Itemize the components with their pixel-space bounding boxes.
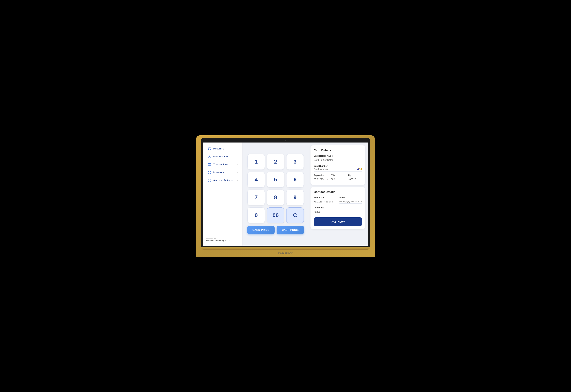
- zip-label: Zip: [348, 174, 362, 176]
- powered-by-label: Powered By:: [206, 238, 239, 240]
- card-number-label: Card Number: [314, 165, 362, 167]
- svg-rect-1: [208, 163, 211, 166]
- phone-label: Phone No: [314, 196, 336, 199]
- reference-label: Reference: [314, 206, 362, 209]
- laptop-body: Recurring My Customers: [196, 135, 375, 257]
- svg-point-3: [209, 180, 210, 181]
- card-number-group: Card Number VISA: [314, 165, 362, 172]
- numpad-grid: 1 2 3 4 5 6 7 8 9 0 00 C: [247, 154, 304, 223]
- recurring-icon: [208, 147, 211, 150]
- cvv-value: 682: [331, 177, 345, 182]
- numpad-9[interactable]: 9: [286, 189, 304, 205]
- reference-value: Fahad: [314, 210, 362, 214]
- sidebar-item-label: Account Settings: [213, 179, 233, 182]
- sidebar-item-label: Inventory: [213, 171, 224, 174]
- expiry-field: Expiration 05 / 2025 ▾: [314, 174, 328, 182]
- laptop-screen: Recurring My Customers: [203, 143, 368, 246]
- holder-name-input[interactable]: [314, 158, 362, 162]
- laptop-base: [201, 247, 370, 250]
- sidebar-item-label: Recurring: [213, 147, 224, 150]
- sidebar-item-inventory[interactable]: Inventory ›: [205, 169, 241, 176]
- card-details-area: Card Details Card Holder Name Card Numbe…: [309, 143, 368, 246]
- expiry-text: 05 / 2025: [314, 178, 327, 181]
- expiry-label: Expiration: [314, 174, 328, 176]
- sidebar-item-transactions[interactable]: Transactions ›: [205, 161, 241, 168]
- laptop-camera: [285, 140, 286, 141]
- holder-name-label: Card Holder Name: [314, 155, 362, 157]
- cvv-label: CVV: [331, 174, 345, 176]
- contact-row: Phone No +91 1234 456 789 Email dummy@gm…: [314, 196, 362, 204]
- settings-icon: [208, 179, 211, 182]
- visa-icon: VI: [357, 168, 359, 171]
- numpad-6[interactable]: 6: [286, 172, 304, 188]
- holder-name-group: Card Holder Name: [314, 155, 362, 162]
- transactions-icon: [208, 163, 211, 166]
- inventory-icon: [208, 171, 211, 174]
- visa-icon-sa: SA: [359, 168, 362, 171]
- chevron-down-icon: ▾: [361, 200, 362, 203]
- numpad-actions: CARD PRICE CASH PRICE: [247, 226, 304, 234]
- chevron-right-icon: ›: [237, 179, 238, 182]
- email-text: dummy@gmail.com: [340, 200, 361, 203]
- cvv-field: CVV 682: [331, 174, 345, 182]
- svg-point-0: [209, 155, 210, 156]
- numpad-area: 1 2 3 4 5 6 7 8 9 0 00 C: [243, 143, 309, 246]
- sidebar-item-settings[interactable]: Account Settings ›: [205, 177, 241, 184]
- company-name: Milstead Technology, LLC: [206, 240, 239, 242]
- numpad-2[interactable]: 2: [267, 154, 284, 170]
- sidebar-item-customers[interactable]: My Customers: [205, 153, 241, 160]
- email-field: Email dummy@gmail.com ▾: [340, 196, 362, 204]
- zip-field: Zip 466520: [348, 174, 362, 182]
- expiry-value: 05 / 2025 ▾: [314, 177, 328, 182]
- numpad-4[interactable]: 4: [247, 172, 265, 188]
- sidebar: Recurring My Customers: [203, 143, 243, 246]
- numpad-5[interactable]: 5: [267, 172, 284, 188]
- sidebar-nav: Recurring My Customers: [203, 143, 243, 236]
- card-details-panel: Card Details Card Holder Name Card Numbe…: [311, 145, 365, 185]
- laptop-frame: Recurring My Customers: [196, 135, 375, 257]
- numpad-clear[interactable]: C: [286, 207, 304, 223]
- chevron-down-icon: ▾: [327, 178, 328, 180]
- reference-group: Reference Fahad: [314, 206, 362, 214]
- card-number-row: VISA: [314, 168, 362, 172]
- numpad-3[interactable]: 3: [286, 154, 304, 170]
- zip-value: 466520: [348, 177, 362, 182]
- contact-details-title: Contact Details: [314, 190, 362, 193]
- visa-badge: VISA: [357, 168, 362, 171]
- numpad-1[interactable]: 1: [247, 154, 265, 170]
- card-number-input[interactable]: [314, 168, 357, 171]
- email-value: dummy@gmail.com ▾: [340, 200, 362, 204]
- numpad-7[interactable]: 7: [247, 189, 265, 205]
- numpad-8[interactable]: 8: [267, 189, 284, 205]
- chevron-right-icon: ›: [237, 163, 238, 166]
- expiry-row: Expiration 05 / 2025 ▾ CVV 682: [314, 174, 362, 182]
- pay-now-button[interactable]: PAY NOW: [314, 217, 362, 226]
- contact-details-panel: Contact Details Phone No +91 1234 456 78…: [311, 187, 365, 229]
- email-label: Email: [340, 196, 362, 199]
- numpad-00[interactable]: 00: [267, 207, 284, 223]
- cash-price-button[interactable]: CASH PRICE: [277, 226, 304, 234]
- customers-icon: [208, 155, 211, 158]
- sidebar-item-label: My Customers: [213, 155, 230, 158]
- sidebar-item-recurring[interactable]: Recurring: [205, 145, 241, 152]
- chevron-right-icon: ›: [237, 171, 238, 174]
- laptop-bezel: Recurring My Customers: [201, 138, 370, 247]
- numpad-0[interactable]: 0: [247, 207, 265, 223]
- sidebar-footer: Powered By: Milstead Technology, LLC: [203, 236, 243, 244]
- phone-field: Phone No +91 1234 456 789: [314, 196, 336, 204]
- phone-value: +91 1234 456 789: [314, 200, 336, 204]
- sidebar-item-label: Transactions: [213, 163, 228, 166]
- card-details-title: Card Details: [314, 148, 362, 152]
- main-content: 1 2 3 4 5 6 7 8 9 0 00 C: [243, 143, 368, 246]
- card-price-button[interactable]: CARD PRICE: [247, 226, 275, 234]
